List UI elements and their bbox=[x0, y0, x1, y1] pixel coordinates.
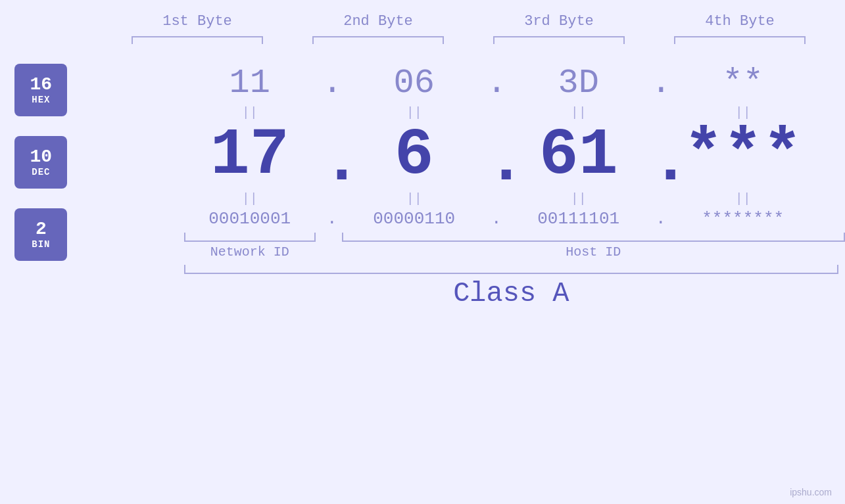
hex-byte1: 11 bbox=[178, 64, 322, 103]
hex-row: 11 . 06 . 3D . ** bbox=[178, 64, 845, 103]
bin-byte2: 00000110 bbox=[342, 209, 487, 229]
bin-badge-label: BIN bbox=[32, 239, 50, 250]
host-id-section: Host ID bbox=[342, 233, 845, 260]
dec-byte4: *** bbox=[671, 123, 815, 189]
bracket-byte1 bbox=[132, 36, 263, 44]
network-id-label: Network ID bbox=[210, 244, 289, 260]
network-id-bracket bbox=[184, 233, 316, 242]
bin-sep2: . bbox=[487, 209, 506, 229]
hex-sep2: . bbox=[487, 66, 506, 101]
hex-byte2: 06 bbox=[342, 64, 487, 103]
host-id-label: Host ID bbox=[566, 244, 621, 260]
hex-sep1: . bbox=[322, 66, 342, 101]
hex-badge: 16 HEX bbox=[14, 64, 67, 116]
class-label: Class A bbox=[453, 278, 569, 309]
byte3-header: 3rd Byte bbox=[487, 13, 631, 30]
eq2-b1: || bbox=[178, 191, 322, 206]
bracket-byte4 bbox=[674, 36, 806, 44]
top-brackets bbox=[107, 36, 831, 44]
dec-byte2: 6 bbox=[342, 123, 487, 189]
bin-sep3: . bbox=[651, 209, 671, 229]
byte2-header: 2nd Byte bbox=[306, 13, 450, 30]
hex-byte4: ** bbox=[671, 64, 815, 103]
watermark: ipshu.com bbox=[790, 487, 832, 497]
dec-badge: 10 DEC bbox=[14, 136, 67, 189]
bracket-byte2 bbox=[312, 36, 444, 44]
eq2-b2: || bbox=[342, 191, 487, 206]
dec-sep2: . bbox=[487, 136, 506, 189]
dec-sep3: . bbox=[651, 136, 671, 189]
bin-byte1: 00010001 bbox=[178, 209, 322, 229]
byte1-header: 1st Byte bbox=[125, 13, 270, 30]
eq2-b3: || bbox=[506, 191, 651, 206]
byte4-header: 4th Byte bbox=[667, 13, 812, 30]
bin-badge-num: 2 bbox=[36, 219, 47, 240]
class-bracket bbox=[184, 265, 838, 274]
dec-row: 17 . 6 . 61 . *** bbox=[178, 123, 845, 189]
eq2-b4: || bbox=[671, 191, 815, 206]
dec-byte3: 61 bbox=[506, 123, 651, 189]
dec-sep1: . bbox=[322, 136, 342, 189]
data-rows: 11 . 06 . 3D . ** bbox=[178, 57, 845, 309]
dec-badge-label: DEC bbox=[32, 167, 50, 177]
bin-byte3: 00111101 bbox=[506, 209, 651, 229]
main-container: 1st Byte 2nd Byte 3rd Byte 4th Byte 16 H… bbox=[0, 0, 845, 504]
network-id-section: Network ID bbox=[178, 233, 322, 260]
equals-row-2: || || || || bbox=[178, 191, 845, 206]
bottom-brackets-section: Network ID Host ID bbox=[178, 233, 845, 260]
hex-badge-label: HEX bbox=[32, 95, 50, 105]
dec-badge-num: 10 bbox=[30, 147, 53, 168]
dec-byte1: 17 bbox=[178, 123, 322, 189]
byte-headers-row: 1st Byte 2nd Byte 3rd Byte 4th Byte bbox=[107, 13, 831, 30]
class-section: Class A bbox=[178, 265, 845, 309]
bin-badge: 2 BIN bbox=[14, 208, 67, 261]
hex-badge-num: 16 bbox=[30, 75, 53, 95]
hex-byte3: 3D bbox=[506, 64, 651, 103]
hex-sep3: . bbox=[651, 66, 671, 101]
bracket-byte3 bbox=[493, 36, 625, 44]
bin-row: 00010001 . 00000110 . 00111101 . bbox=[178, 209, 845, 229]
host-id-bracket bbox=[342, 233, 845, 242]
badges-column: 16 HEX 10 DEC 2 BIN bbox=[0, 57, 82, 261]
bin-byte4: ******** bbox=[671, 209, 815, 229]
bin-sep1: . bbox=[322, 209, 342, 229]
